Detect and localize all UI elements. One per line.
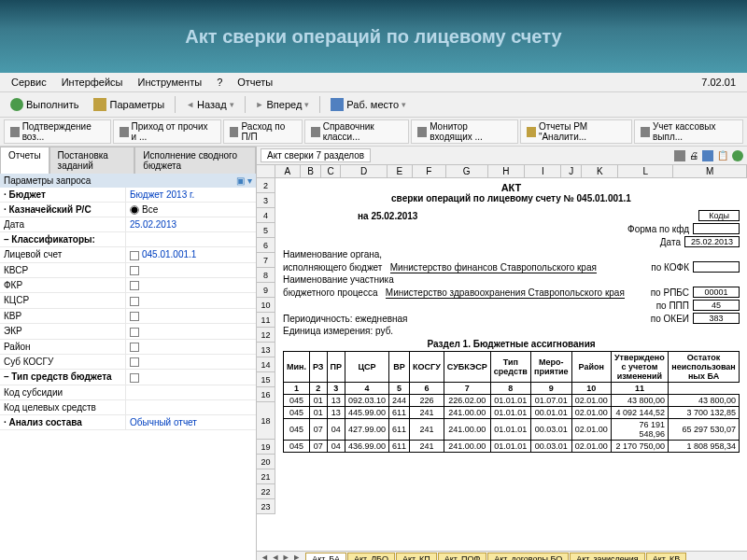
copy-icon[interactable]: 📋 [717,150,728,161]
sheet-tab[interactable]: Акт. КВ [646,553,686,560]
col-header[interactable]: F [413,165,445,177]
sheet-tab[interactable]: Акт. ЛБО [347,553,395,560]
print-icon[interactable]: 🖨 [689,150,698,161]
row-header[interactable]: 4 [257,208,275,223]
param-row[interactable]: КВР [0,309,256,324]
checkbox-icon[interactable] [130,281,139,290]
param-row[interactable]: Дата25.02.2013 [0,217,256,232]
col-header[interactable]: B [301,165,321,177]
param-value[interactable] [126,232,256,246]
param-value[interactable] [126,400,256,414]
checkbox-icon[interactable] [130,297,139,306]
param-value[interactable]: 25.02.2013 [126,217,256,231]
row-header[interactable]: 21 [257,469,275,484]
row-header[interactable]: 15 [257,372,275,387]
param-row[interactable]: КВСР [0,263,256,278]
param-row[interactable]: · Анализ составаОбычный отчет [0,415,256,430]
param-value[interactable] [126,309,256,323]
param-value[interactable] [126,324,256,338]
sheet-tab[interactable]: Акт. договоры БО [487,553,569,560]
row-header[interactable]: 20 [257,455,275,469]
col-header[interactable]: A [275,165,302,177]
save-icon[interactable] [702,150,713,161]
checkbox-icon[interactable] [130,373,139,383]
checkbox-icon[interactable] [130,328,139,337]
row-header[interactable]: 22 [257,484,275,499]
tab-reports[interactable]: Отчеты [0,147,49,174]
row-header[interactable]: 16 [257,387,275,402]
param-value[interactable] [126,263,256,277]
menu-interfaces[interactable]: Интерфейсы [54,75,131,90]
row-header[interactable]: 23 [257,499,275,514]
sheet-tab[interactable]: Акт. КП [396,553,437,560]
col-header[interactable]: G [446,165,488,177]
row-header[interactable]: 19 [257,440,275,455]
doc-tab[interactable]: Приход от прочих и ... [113,119,221,144]
col-header[interactable]: J [561,165,582,177]
execute-button[interactable]: Выполнить [4,95,85,114]
param-value[interactable] [126,355,256,369]
sheet-nav[interactable]: ◄ ◄ ► ► [261,553,301,560]
param-row[interactable]: · БюджетБюджет 2013 г. [0,188,256,203]
row-header[interactable]: 7 [257,253,275,268]
row-header[interactable]: 8 [257,268,275,283]
sheet-tab[interactable]: Акт. БА [305,553,346,560]
row-header[interactable]: 5 [257,223,275,238]
param-value[interactable] [126,340,256,354]
workplace-button[interactable]: Раб. место▾ [324,95,413,114]
col-header[interactable]: L [618,165,673,177]
col-header[interactable]: I [525,165,561,177]
param-value[interactable] [126,278,256,292]
param-row[interactable]: Суб КОСГУ [0,355,256,370]
param-value[interactable]: Бюджет 2013 г. [126,188,256,202]
param-value[interactable] [126,370,256,384]
menu-tools[interactable]: Инструменты [131,75,210,90]
param-row[interactable]: Код целевых средств [0,400,256,415]
row-header[interactable]: 3 [257,193,275,208]
param-value[interactable] [126,385,256,399]
param-row[interactable]: Район [0,340,256,355]
doc-tab[interactable]: Расход по П/П [223,119,303,144]
param-row[interactable]: Лицевой счет045.01.001.1 [0,247,256,262]
param-row[interactable]: Код субсидии [0,385,256,400]
row-header[interactable]: 12 [257,328,275,343]
col-header[interactable]: H [488,165,525,177]
checkbox-icon[interactable] [130,343,139,352]
row-header[interactable]: 14 [257,357,275,372]
checkbox-icon[interactable] [130,266,139,275]
collapse-icon[interactable]: ▣ ▾ [236,175,252,186]
param-row[interactable]: – Классификаторы: [0,232,256,247]
param-value[interactable]: Обычный отчет [126,415,256,429]
row-header[interactable]: 9 [257,283,275,298]
radio-icon[interactable] [130,205,139,215]
checkbox-icon[interactable] [130,312,139,321]
col-header[interactable]: M [673,165,747,177]
back-button[interactable]: ◄Назад▾ [179,96,240,113]
row-header[interactable]: 6 [257,238,275,253]
menu-service[interactable]: Сервис [4,75,54,90]
doc-tab[interactable]: Монитор входящих ... [411,119,518,144]
row-header[interactable]: 2 [257,178,275,193]
tab-tasks[interactable]: Постановка заданий [49,147,135,174]
doc-tab[interactable]: Справочник класси... [304,119,409,144]
col-header[interactable]: C [321,165,342,177]
excel-icon[interactable] [732,150,743,161]
doc-tab[interactable]: Учет кассовых выпл... [634,119,743,144]
grid-icon[interactable] [674,150,685,161]
checkbox-icon[interactable] [130,357,139,367]
row-header[interactable]: 11 [257,313,275,328]
row-header[interactable]: 10 [257,298,275,313]
tab-budget[interactable]: Исполнение сводного бюджета [134,147,256,174]
param-row[interactable]: – Тип средств бюджета [0,370,256,385]
col-header[interactable]: E [388,165,414,177]
forward-button[interactable]: ►Вперед▾ [249,96,317,113]
param-row[interactable]: ЭКР [0,324,256,339]
param-row[interactable]: · Казначейский Р/СВсе [0,203,256,217]
col-header[interactable]: D [341,165,387,177]
sheet-tab[interactable]: Акт. зачисления [570,553,644,560]
param-value[interactable]: 045.01.001.1 [126,247,256,261]
doc-tab[interactable]: Подтверждение воз... [4,119,111,144]
param-value[interactable]: Все [126,203,256,217]
params-button[interactable]: Параметры [87,95,171,114]
menu-reports[interactable]: Отчеты [230,75,280,90]
